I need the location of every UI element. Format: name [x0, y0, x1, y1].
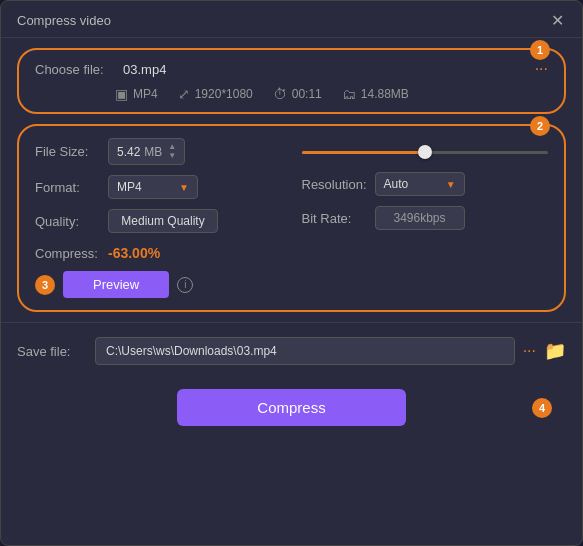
compress-label: Compress:: [35, 246, 100, 261]
slider-fill: [302, 151, 425, 154]
slider-row: [302, 138, 549, 162]
format-label: Format:: [35, 180, 100, 195]
badge-4: 4: [532, 398, 552, 418]
compress-row: Compress: -63.00%: [35, 245, 282, 261]
save-file-dots[interactable]: ···: [523, 342, 536, 360]
file-format: MP4: [133, 87, 158, 101]
file-size-row: File Size: 5.42 MB ▲ ▼: [35, 138, 282, 165]
close-button[interactable]: ✕: [548, 11, 566, 29]
file-resolution: 1920*1080: [195, 87, 253, 101]
quality-slider[interactable]: [302, 142, 549, 162]
file-size: 14.88MB: [361, 87, 409, 101]
format-value: MP4: [117, 180, 142, 194]
file-resolution-meta: ⤢ 1920*1080: [178, 86, 253, 102]
file-size-label: File Size:: [35, 144, 100, 159]
file-duration-meta: ⏱ 00:11: [273, 86, 322, 102]
quality-button[interactable]: Medium Quality: [108, 209, 218, 233]
file-meta: ▣ MP4 ⤢ 1920*1080 ⏱ 00:11 🗂 14.88MB: [35, 86, 548, 102]
folder-icon[interactable]: 📁: [544, 340, 566, 362]
resolution-row: Resolution: Auto ▼: [302, 172, 549, 196]
file-size-value: 5.42: [117, 145, 140, 159]
file-browse-button[interactable]: ···: [535, 60, 548, 78]
resolution-value: Auto: [384, 177, 409, 191]
divider: [1, 322, 582, 323]
format-dropdown[interactable]: MP4 ▼: [108, 175, 198, 199]
settings-section: 2 File Size: 5.42 MB ▲ ▼ Format: MP4: [17, 124, 566, 312]
file-size-meta: 🗂 14.88MB: [342, 86, 409, 102]
compress-button[interactable]: Compress: [177, 389, 405, 426]
choose-file-label: Choose file:: [35, 62, 115, 77]
file-duration: 00:11: [292, 87, 322, 101]
preview-row: 3 Preview i: [35, 271, 282, 298]
filesize-icon: 🗂: [342, 86, 356, 102]
compress-percent: -63.00%: [108, 245, 160, 261]
resolution-label: Resolution:: [302, 177, 367, 192]
save-file-section: Save file: C:\Users\ws\Downloads\03.mp4 …: [17, 329, 566, 373]
resolution-icon: ⤢: [178, 86, 190, 102]
badge-2: 2: [530, 116, 550, 136]
file-row: Choose file: 03.mp4 ···: [35, 60, 548, 78]
badge-3: 3: [35, 275, 55, 295]
bitrate-row: Bit Rate: 3496kbps: [302, 206, 549, 230]
format-row: Format: MP4 ▼: [35, 175, 282, 199]
quality-label: Quality:: [35, 214, 100, 229]
preview-button[interactable]: Preview: [63, 271, 169, 298]
file-size-spinner[interactable]: ▲ ▼: [168, 143, 176, 160]
choose-file-section: 1 Choose file: 03.mp4 ··· ▣ MP4 ⤢ 1920*1…: [17, 48, 566, 114]
slider-track: [302, 151, 549, 154]
compress-video-dialog: Compress video ✕ 1 Choose file: 03.mp4 ·…: [0, 0, 583, 546]
info-icon[interactable]: i: [177, 277, 193, 293]
duration-icon: ⏱: [273, 86, 287, 102]
bitrate-value: 3496kbps: [375, 206, 465, 230]
bottom-section: Compress 4: [1, 379, 582, 436]
file-format-meta: ▣ MP4: [115, 86, 158, 102]
format-icon: ▣: [115, 86, 128, 102]
resolution-arrow-icon: ▼: [446, 179, 456, 190]
badge-1: 1: [530, 40, 550, 60]
format-arrow-icon: ▼: [179, 182, 189, 193]
slider-thumb[interactable]: [418, 145, 432, 159]
save-file-path: C:\Users\ws\Downloads\03.mp4: [95, 337, 515, 365]
bitrate-label: Bit Rate:: [302, 211, 367, 226]
resolution-dropdown[interactable]: Auto ▼: [375, 172, 465, 196]
dialog-title: Compress video: [17, 13, 111, 28]
settings-left: File Size: 5.42 MB ▲ ▼ Format: MP4 ▼: [35, 138, 282, 298]
quality-row: Quality: Medium Quality: [35, 209, 282, 233]
title-bar: Compress video ✕: [1, 1, 582, 38]
save-file-label: Save file:: [17, 344, 87, 359]
file-size-unit: MB: [144, 145, 162, 159]
file-name: 03.mp4: [123, 62, 527, 77]
settings-right: Resolution: Auto ▼ Bit Rate: 3496kbps: [302, 138, 549, 298]
